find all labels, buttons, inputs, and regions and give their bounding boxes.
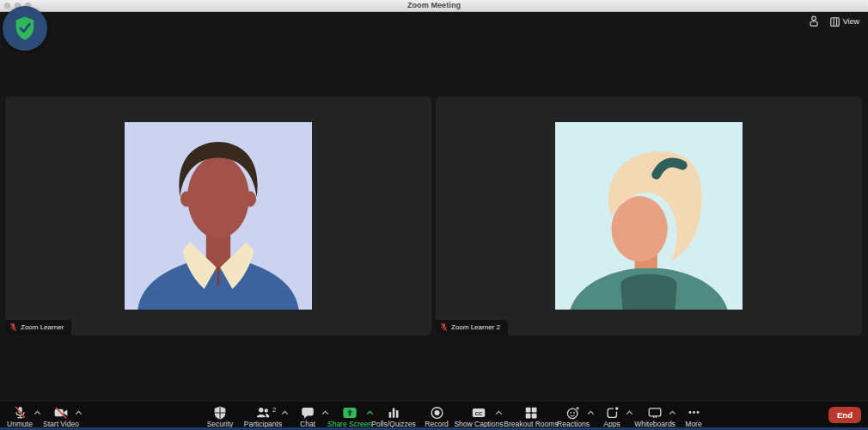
participant-avatar-male-illustration — [125, 122, 312, 310]
zoom-meeting-window: Zoom Meeting View — [0, 0, 868, 430]
shield-check-icon — [14, 15, 36, 41]
camera-muted-icon — [22, 404, 100, 420]
end-meeting-button[interactable]: End — [828, 407, 861, 423]
security-shield-badge-icon[interactable] — [3, 6, 47, 51]
window-titlebar: Zoom Meeting — [0, 0, 868, 12]
view-button[interactable]: View — [830, 17, 859, 27]
top-right-controls: View — [809, 15, 859, 28]
muted-microphone-icon — [440, 322, 448, 332]
view-button-label: View — [843, 17, 859, 26]
more-button[interactable]: More — [655, 404, 732, 428]
muted-microphone-icon — [9, 322, 17, 332]
participant-name: Zoom Learner — [21, 324, 64, 331]
start-video-button[interactable]: Start Video — [22, 404, 100, 428]
ellipsis-icon — [655, 404, 732, 420]
minimal-view-icon[interactable] — [809, 15, 819, 28]
participant-name: Zoom Learner 2 — [451, 324, 500, 331]
meeting-toolbar: Unmute Start Video — [0, 401, 868, 427]
video-options-chevron-up-icon[interactable] — [75, 410, 83, 415]
participant-name-tag: Zoom Learner 2 — [436, 320, 508, 335]
gallery-grid-icon — [830, 17, 840, 27]
video-tile-zoom-learner-2[interactable]: Zoom Learner 2 — [436, 96, 862, 335]
svg-text:CC: CC — [475, 411, 483, 416]
window-title: Zoom Meeting — [0, 1, 868, 9]
video-tile-zoom-learner[interactable]: Zoom Learner — [5, 96, 431, 335]
participant-name-tag: Zoom Learner — [5, 320, 71, 335]
participant-avatar-female-illustration — [555, 122, 743, 310]
